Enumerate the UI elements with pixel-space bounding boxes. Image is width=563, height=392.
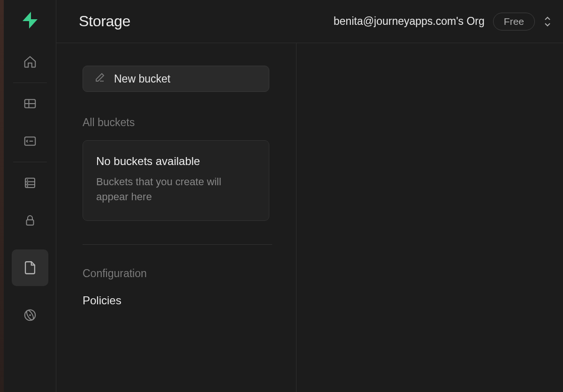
- rail-separator: [13, 83, 47, 83]
- configuration-label: Configuration: [83, 267, 282, 280]
- empty-subtitle: Buckets that you create will appear here: [96, 174, 256, 204]
- nav-storage[interactable]: [12, 249, 48, 286]
- nav-database[interactable]: [22, 174, 38, 191]
- nav-sql-editor[interactable]: [22, 133, 38, 150]
- main-area: Storage benita@journeyapps.com's Org Fre…: [56, 0, 563, 392]
- nav-rail: [4, 0, 56, 392]
- policies-link[interactable]: Policies: [83, 294, 282, 307]
- supabase-logo[interactable]: [19, 9, 41, 31]
- empty-title: No buckets available: [96, 155, 256, 168]
- empty-buckets-card: No buckets available Buckets that you cr…: [83, 140, 269, 221]
- window-edge-sliver: [0, 0, 4, 392]
- storage-sidebar: New bucket All buckets No buckets availa…: [56, 43, 297, 392]
- plan-badge[interactable]: Free: [493, 13, 535, 30]
- nav-home[interactable]: [22, 53, 38, 70]
- header: Storage benita@journeyapps.com's Org Fre…: [56, 0, 563, 43]
- svg-point-9: [27, 183, 27, 183]
- org-selector-icon[interactable]: [543, 16, 552, 27]
- edit-icon: [94, 72, 106, 86]
- nav-table-editor[interactable]: [22, 95, 38, 112]
- divider: [83, 244, 272, 245]
- page-title: Storage: [79, 13, 130, 30]
- svg-point-10: [27, 186, 27, 186]
- new-bucket-button[interactable]: New bucket: [83, 66, 269, 92]
- nav-edge-functions[interactable]: [22, 307, 38, 324]
- header-right: benita@journeyapps.com's Org Free: [334, 13, 552, 30]
- all-buckets-label: All buckets: [83, 116, 282, 129]
- svg-point-14: [29, 314, 31, 316]
- rail-separator: [13, 162, 47, 162]
- nav-auth[interactable]: [22, 212, 38, 229]
- svg-point-8: [27, 180, 27, 180]
- body: New bucket All buckets No buckets availa…: [56, 43, 563, 392]
- new-bucket-label: New bucket: [114, 73, 170, 85]
- content-area: [297, 43, 563, 392]
- svg-rect-11: [26, 220, 33, 225]
- org-name[interactable]: benita@journeyapps.com's Org: [334, 15, 485, 28]
